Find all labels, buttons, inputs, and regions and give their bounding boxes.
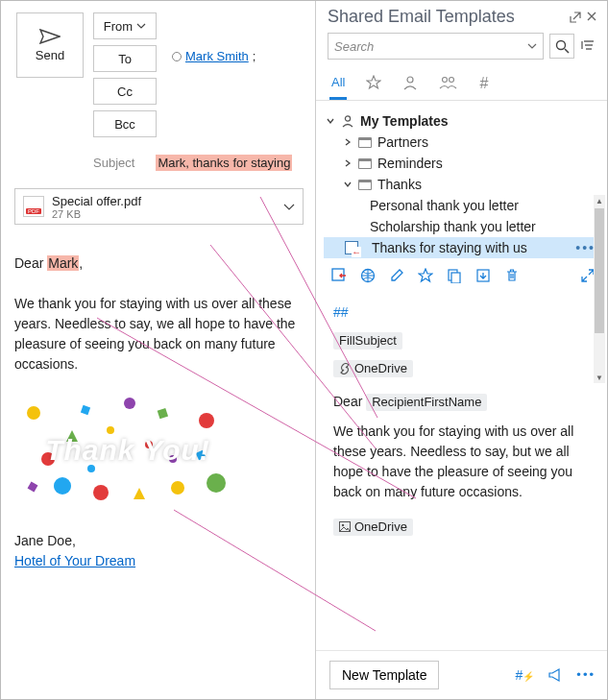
delete-icon[interactable]: [504, 268, 520, 283]
tree-label: Scholarship thank you letter: [370, 219, 536, 234]
bcc-button[interactable]: Bcc: [93, 110, 157, 137]
tree-item-scholarship[interactable]: Scholarship thank you letter: [324, 216, 603, 237]
svg-point-30: [342, 524, 344, 526]
more-icon[interactable]: •••: [576, 667, 596, 683]
send-button[interactable]: Send: [16, 12, 84, 78]
attachment-icon: [339, 363, 351, 374]
svg-point-21: [443, 78, 448, 83]
insert-icon[interactable]: [331, 268, 347, 283]
tab-favorites[interactable]: [364, 71, 383, 100]
macro-onedrive-attach[interactable]: OneDrive: [333, 360, 413, 377]
body-greeting-suffix: ,: [79, 255, 83, 271]
hashtag-bolt-icon[interactable]: #⚡: [516, 667, 535, 683]
attachment-chip[interactable]: Special offer.pdf 27 KB: [14, 188, 304, 225]
subject-value[interactable]: Mark, thanks for staying: [156, 155, 292, 171]
compose-pane: Send From To Cc Bcc Mark Smith; Subject: [1, 1, 316, 699]
folder-icon: [358, 158, 372, 169]
subject-label: Subject: [93, 156, 134, 170]
scroll-down-icon[interactable]: ▼: [594, 372, 605, 383]
template-tree: My Templates Partners Reminders Thanks P…: [316, 101, 607, 258]
tree-label: Reminders: [377, 156, 443, 171]
search-input[interactable]: Search: [328, 33, 544, 60]
thank-you-text: Thank You!: [14, 392, 241, 507]
chevron-right-icon: [343, 137, 353, 147]
tree-root-mytemplates[interactable]: My Templates: [324, 110, 603, 132]
cc-button[interactable]: Cc: [93, 78, 157, 105]
tab-tags[interactable]: #: [477, 71, 490, 100]
chevron-down-icon: [326, 116, 335, 126]
announcement-icon[interactable]: [547, 667, 563, 683]
attachment-size: 27 KB: [52, 208, 141, 220]
tree-label: Thanks: [377, 177, 422, 192]
edit-icon[interactable]: [389, 268, 404, 283]
chevron-down-icon: [343, 180, 353, 189]
popout-icon[interactable]: [569, 11, 582, 24]
preview-body: We thank you for staying with us over al…: [333, 422, 596, 502]
preview-hashes: ##: [333, 302, 596, 323]
macro-onedrive-image[interactable]: OneDrive: [333, 519, 413, 536]
team-icon: [439, 75, 458, 90]
tree-item-personal[interactable]: Personal thank you letter: [324, 195, 603, 216]
preview-greeting-prefix: Dear: [333, 394, 366, 409]
tab-personal[interactable]: [401, 71, 420, 100]
cc-label: Cc: [117, 84, 133, 99]
chevron-down-icon: [527, 43, 537, 49]
send-label: Send: [36, 48, 64, 62]
new-template-button[interactable]: New Template: [329, 661, 439, 689]
template-toolbar: [316, 258, 607, 289]
svg-rect-24: [332, 269, 344, 280]
filter-icon[interactable]: [580, 37, 597, 55]
globe-icon[interactable]: [360, 268, 376, 283]
macro-recipient-firstname[interactable]: RecipientFirstName: [366, 394, 487, 411]
hash-icon: #: [479, 75, 488, 91]
template-preview: ## FillSubject OneDrive Dear RecipientFi…: [316, 289, 607, 553]
tree-item-staying[interactable]: Thanks for staying with us •••: [324, 237, 603, 258]
signature-name: Jane Doe,: [14, 531, 302, 551]
to-button[interactable]: To: [93, 45, 157, 72]
tree-folder-thanks[interactable]: Thanks: [324, 174, 603, 195]
body-greeting-prefix: Dear: [14, 255, 47, 271]
compose-body[interactable]: Dear Mark, We thank you for staying with…: [1, 225, 315, 571]
tree-scrollbar[interactable]: ▲ ▼: [594, 195, 605, 383]
close-icon[interactable]: [586, 11, 597, 22]
tab-team[interactable]: [437, 71, 460, 100]
tree-root-label: My Templates: [360, 113, 449, 129]
tree-label: Thanks for staying with us: [372, 240, 527, 255]
scroll-thumb[interactable]: [595, 208, 604, 333]
scroll-up-icon[interactable]: ▲: [594, 195, 605, 206]
from-label: From: [104, 19, 133, 34]
chevron-down-icon: [283, 204, 295, 210]
to-label: To: [118, 52, 132, 66]
tree-label: Partners: [377, 134, 428, 150]
macro-fillsubject[interactable]: FillSubject: [333, 332, 402, 350]
attachment-name: Special offer.pdf: [52, 194, 141, 208]
signature-link[interactable]: Hotel of Your Dream: [14, 553, 135, 568]
recipient-name: Mark Smith: [185, 49, 249, 63]
body-greeting-name: Mark: [47, 255, 79, 271]
svg-point-23: [345, 116, 350, 121]
tab-all[interactable]: All: [329, 71, 347, 100]
folder-open-icon: [358, 180, 372, 190]
panel-title: Shared Email Templates: [328, 7, 515, 27]
tree-folder-reminders[interactable]: Reminders: [324, 153, 603, 174]
template-insert-icon: [345, 241, 358, 254]
bcc-label: Bcc: [114, 117, 135, 132]
svg-rect-27: [451, 273, 460, 283]
search-icon: [555, 39, 570, 54]
search-button[interactable]: [549, 34, 574, 59]
tree-label: Personal thank you letter: [370, 198, 519, 213]
recipient-chip[interactable]: Mark Smith;: [172, 49, 255, 63]
folder-icon: [358, 137, 372, 148]
image-icon: [339, 521, 351, 532]
templates-pane: Shared Email Templates Search All #: [316, 1, 607, 699]
body-paragraph: We thank you for staying with us over al…: [14, 294, 302, 374]
send-icon: [39, 29, 61, 44]
thank-you-image: Thank You!: [14, 392, 241, 507]
copy-icon[interactable]: [447, 268, 462, 283]
person-icon: [402, 75, 418, 90]
from-button[interactable]: From: [93, 12, 157, 39]
presence-icon: [172, 52, 182, 61]
import-icon[interactable]: [475, 268, 491, 283]
star-icon[interactable]: [418, 268, 433, 283]
tree-folder-partners[interactable]: Partners: [324, 132, 603, 153]
